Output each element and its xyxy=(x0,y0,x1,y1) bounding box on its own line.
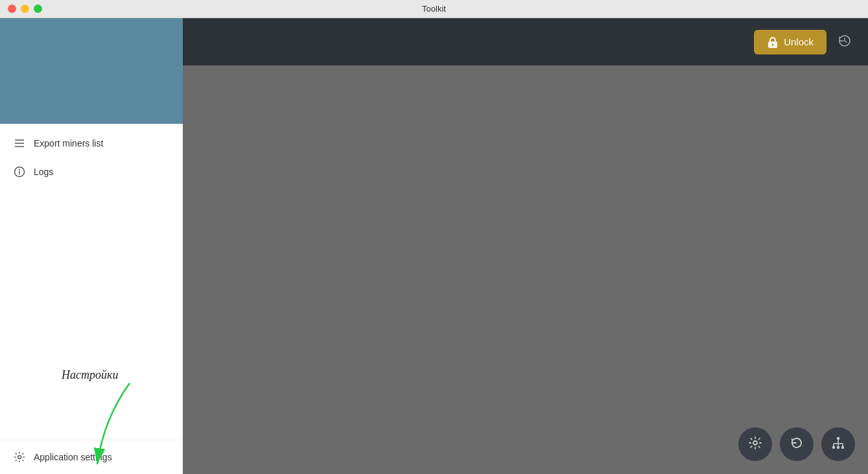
sidebar-header xyxy=(0,18,183,124)
application-settings-label: Application settings xyxy=(34,452,112,462)
svg-rect-12 xyxy=(832,446,835,449)
export-miners-label: Export miners list xyxy=(34,138,103,148)
unlock-button[interactable]: Unlock xyxy=(754,30,827,54)
sidebar: Export miners list Logs Настройки xyxy=(0,18,183,474)
close-button[interactable] xyxy=(8,5,16,13)
gear-icon xyxy=(13,451,26,464)
svg-point-9 xyxy=(772,43,774,45)
lock-icon xyxy=(767,36,779,48)
sidebar-item-application-settings[interactable]: Application settings xyxy=(0,440,183,474)
app-container: Export miners list Logs Настройки xyxy=(0,18,868,474)
svg-rect-13 xyxy=(837,446,839,449)
top-bar: Unlock xyxy=(183,18,868,65)
bottom-actions xyxy=(738,427,855,461)
sidebar-nav: Export miners list Logs xyxy=(0,124,183,440)
unlock-label: Unlock xyxy=(784,36,814,47)
refresh-icon xyxy=(790,436,804,453)
network-action-button[interactable] xyxy=(821,427,855,461)
network-icon xyxy=(831,436,845,453)
main-content: Unlock xyxy=(183,18,868,474)
settings-action-button[interactable] xyxy=(738,427,772,461)
gear-icon xyxy=(748,436,762,453)
refresh-action-button[interactable] xyxy=(780,427,814,461)
window-title: Toolkit xyxy=(422,4,446,14)
svg-point-10 xyxy=(753,441,757,445)
svg-rect-14 xyxy=(841,446,844,449)
content-body xyxy=(183,65,868,474)
title-bar: Toolkit xyxy=(0,0,868,18)
list-icon xyxy=(13,137,26,150)
sidebar-item-logs[interactable]: Logs xyxy=(0,158,183,186)
info-icon xyxy=(13,165,26,178)
history-button[interactable] xyxy=(834,32,855,53)
history-icon xyxy=(838,34,851,49)
minimize-button[interactable] xyxy=(21,5,29,13)
svg-point-7 xyxy=(18,456,21,459)
svg-point-5 xyxy=(19,169,20,171)
window-controls xyxy=(8,5,42,13)
logs-label: Logs xyxy=(34,167,53,177)
svg-rect-11 xyxy=(837,437,839,440)
maximize-button[interactable] xyxy=(34,5,42,13)
sidebar-item-export-miners[interactable]: Export miners list xyxy=(0,129,183,158)
